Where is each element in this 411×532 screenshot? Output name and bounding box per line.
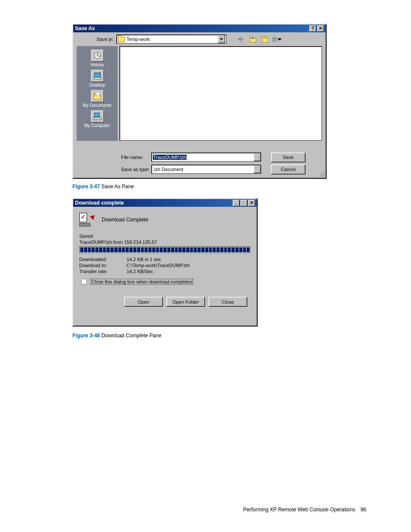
dropdown-button[interactable] xyxy=(254,153,261,161)
desktop-icon xyxy=(91,70,104,82)
downloaded-row: Downloaded: 14.2 KB in 1 sec xyxy=(79,257,251,262)
save-as-type-select[interactable]: .lzh Document xyxy=(151,165,262,174)
figure-caption-2: Figure 3-48 Download Complete Pane xyxy=(72,333,162,339)
download-complete-icon xyxy=(79,213,93,227)
history-icon xyxy=(91,50,104,62)
svg-rect-17 xyxy=(96,92,100,96)
file-name-input[interactable]: TraceDUMP.lzh xyxy=(151,152,262,162)
svg-rect-4 xyxy=(262,37,265,38)
sidebar-item-label: My Documents xyxy=(83,103,112,108)
sidebar-item-desktop[interactable]: Desktop xyxy=(77,69,118,88)
svg-rect-18 xyxy=(94,113,100,117)
svg-rect-13 xyxy=(94,73,100,78)
views-icon[interactable] xyxy=(272,35,282,44)
transfer-rate-row: Transfer rate: 14.2 KB/Sec xyxy=(79,269,251,274)
save-as-titlebar[interactable]: Save As ? ✕ xyxy=(73,25,326,32)
download-title: Download complete xyxy=(75,200,232,206)
save-as-dialog: Save As ? ✕ Save in: Temp-work ✦ xyxy=(72,24,327,179)
dropdown-button[interactable] xyxy=(218,35,225,43)
maximize-button: □ xyxy=(240,200,247,206)
saved-label: Saved: xyxy=(79,233,251,239)
progress-bar xyxy=(79,246,251,253)
file-list-area[interactable] xyxy=(119,46,322,141)
close-when-complete-label: Close this dialog box when download comp… xyxy=(90,279,193,285)
folder-icon xyxy=(118,37,125,42)
close-button[interactable]: ✕ xyxy=(248,200,255,206)
download-complete-dialog: Download complete _ □ ✕ Download Complet… xyxy=(72,198,258,327)
up-one-level-icon[interactable] xyxy=(248,35,258,44)
close-button[interactable]: Close xyxy=(209,297,247,307)
saved-text: TraceDUMP.lzh from 158.214.135.57 xyxy=(79,240,251,245)
download-to-row: Download to: C:\Temp-work\TraceDUMP.lzh xyxy=(79,263,251,268)
sidebar-item-mydocuments[interactable]: My Documents xyxy=(77,89,118,109)
save-in-value: Temp-work xyxy=(127,37,150,42)
open-folder-button[interactable]: Open Folder xyxy=(166,297,205,307)
sidebar-item-label: History xyxy=(90,62,104,67)
save-as-type-value: .lzh Document xyxy=(153,167,183,172)
svg-text:✦: ✦ xyxy=(266,36,268,39)
places-sidebar: History Desktop My Documents My Computer xyxy=(77,46,118,141)
save-in-combo[interactable]: Temp-work xyxy=(116,34,227,44)
dropdown-button[interactable] xyxy=(254,165,261,173)
save-as-title: Save As xyxy=(75,25,308,31)
sidebar-item-mycomputer[interactable]: My Computer xyxy=(77,109,118,129)
figure-caption-1: Figure 3-47 Save As Pane xyxy=(72,184,134,190)
sidebar-item-label: My Computer xyxy=(84,123,110,128)
open-button[interactable]: Open xyxy=(124,297,163,307)
download-titlebar[interactable]: Download complete _ □ ✕ xyxy=(73,199,257,207)
new-folder-icon[interactable]: ✦ xyxy=(260,35,270,44)
sidebar-item-history[interactable]: History xyxy=(77,49,118,68)
svg-rect-2 xyxy=(250,37,252,38)
help-button[interactable]: ? xyxy=(309,25,316,32)
download-heading: Download Complete xyxy=(102,217,148,223)
file-name-value: TraceDUMP.lzh xyxy=(153,155,187,160)
sidebar-item-label: Desktop xyxy=(89,83,105,87)
resize-grip[interactable] xyxy=(319,171,325,177)
close-button[interactable]: ✕ xyxy=(317,25,324,32)
save-in-label: Save in: xyxy=(97,37,114,42)
computer-icon xyxy=(91,110,104,122)
page-footer: Performing XP Remote Web Console Operati… xyxy=(243,507,366,513)
cancel-button[interactable]: Cancel xyxy=(271,165,305,174)
svg-rect-7 xyxy=(273,37,277,41)
save-button[interactable]: Save xyxy=(271,152,305,162)
close-when-complete-checkbox[interactable] xyxy=(81,279,87,284)
documents-icon xyxy=(91,90,104,102)
save-as-type-label: Save as type: xyxy=(118,167,151,172)
svg-rect-14 xyxy=(93,78,101,79)
file-name-label: File name: xyxy=(118,155,151,160)
svg-rect-19 xyxy=(93,117,101,120)
back-icon[interactable] xyxy=(236,35,246,44)
minimize-button[interactable]: _ xyxy=(233,200,240,206)
